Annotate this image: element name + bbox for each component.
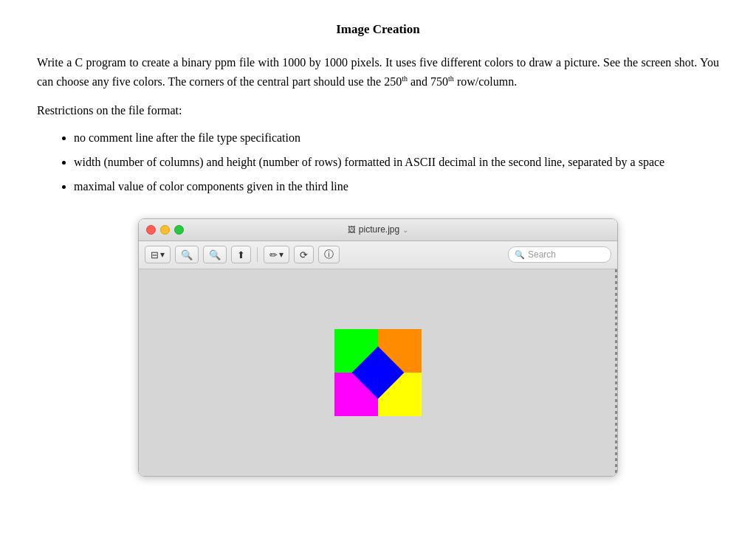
zoom-in-icon: 🔍: [209, 249, 221, 260]
zoom-out-icon: 🔍: [181, 249, 193, 260]
pencil-icon: ✏: [269, 249, 278, 260]
bullet-list: no comment line after the file type spec…: [74, 128, 719, 197]
restrictions-label: Restrictions on the file format:: [37, 104, 719, 117]
description-text: Write a C program to create a binary ppm…: [37, 53, 719, 91]
zoom-in-button[interactable]: 🔍: [203, 246, 227, 263]
maximize-button[interactable]: [174, 225, 184, 235]
mac-window: 🖼 picture.jpg ⌄ ⊟ ▾ 🔍 🔍 ⬆ ✏ ▾ ⟳ ⓘ: [138, 218, 618, 477]
edit-button[interactable]: ✏ ▾: [264, 246, 289, 263]
close-button[interactable]: [146, 225, 156, 235]
view-icon: ⊟: [151, 249, 159, 260]
mac-toolbar: ⊟ ▾ 🔍 🔍 ⬆ ✏ ▾ ⟳ ⓘ 🔍 Search: [139, 241, 617, 269]
bullet-item-2: width (number of columns) and height (nu…: [74, 152, 719, 173]
window-title: 🖼 picture.jpg ⌄: [348, 224, 408, 235]
view-button[interactable]: ⊟ ▾: [145, 246, 171, 263]
rotate-button[interactable]: ⟳: [294, 246, 314, 263]
zoom-out-button[interactable]: 🔍: [175, 246, 199, 263]
bullet-item-1: no comment line after the file type spec…: [74, 128, 719, 149]
mac-content: [139, 269, 617, 476]
toolbar-separator: [257, 247, 258, 262]
window-title-text: picture.jpg: [359, 224, 399, 235]
view-chevron-icon: ▾: [160, 249, 165, 260]
bullet-item-3: maximal value of color components given …: [74, 176, 719, 198]
mac-titlebar: 🖼 picture.jpg ⌄: [139, 219, 617, 241]
search-box[interactable]: 🔍 Search: [508, 246, 611, 263]
page-title: Image Creation: [37, 22, 719, 37]
search-label: Search: [528, 249, 556, 260]
minimize-button[interactable]: [160, 225, 170, 235]
share-icon: ⬆: [237, 249, 245, 260]
picture-svg: [334, 329, 422, 416]
search-icon: 🔍: [515, 250, 525, 260]
info-icon: ⓘ: [324, 248, 334, 261]
title-chevron-icon[interactable]: ⌄: [402, 226, 408, 234]
share-button[interactable]: ⬆: [231, 246, 251, 263]
edit-chevron-icon: ▾: [279, 249, 284, 260]
traffic-lights: [146, 225, 184, 235]
file-icon: 🖼: [348, 225, 356, 234]
rotate-icon: ⟳: [300, 249, 308, 260]
info-button[interactable]: ⓘ: [318, 246, 340, 263]
right-edge-indicator: [615, 269, 617, 476]
